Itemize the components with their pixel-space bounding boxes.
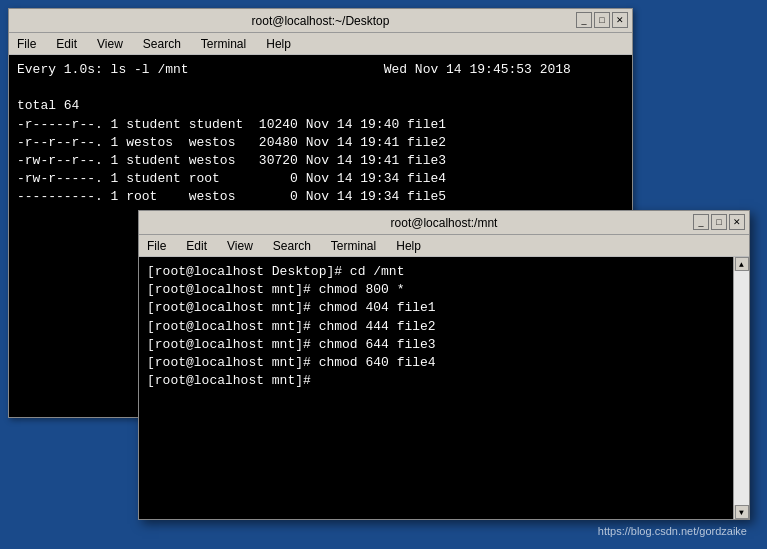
bg-title: root@localhost:~/Desktop: [252, 14, 390, 28]
bg-window-controls: _ □ ✕: [576, 12, 628, 28]
fg-close-button[interactable]: ✕: [729, 214, 745, 230]
bg-menu-search[interactable]: Search: [139, 35, 185, 53]
bg-menu-file[interactable]: File: [13, 35, 40, 53]
fg-title: root@localhost:/mnt: [391, 216, 498, 230]
bg-menu-view[interactable]: View: [93, 35, 127, 53]
bg-menubar: File Edit View Search Terminal Help: [9, 33, 632, 55]
fg-terminal-content[interactable]: [root@localhost Desktop]# cd /mnt [root@…: [139, 257, 733, 519]
fg-minimize-button[interactable]: _: [693, 214, 709, 230]
watermark-url: https://blog.csdn.net/gordzaike: [598, 525, 747, 537]
fg-menubar: File Edit View Search Terminal Help: [139, 235, 749, 257]
scrollbar-up-button[interactable]: ▲: [735, 257, 749, 271]
bg-maximize-button[interactable]: □: [594, 12, 610, 28]
url-watermark: https://blog.csdn.net/gordzaike: [598, 525, 747, 537]
fg-maximize-button[interactable]: □: [711, 214, 727, 230]
fg-terminal-window: root@localhost:/mnt _ □ ✕ File Edit View…: [138, 210, 750, 520]
scrollbar-track[interactable]: [734, 271, 749, 505]
scrollbar-down-button[interactable]: ▼: [735, 505, 749, 519]
fg-menu-file[interactable]: File: [143, 237, 170, 255]
fg-menu-edit[interactable]: Edit: [182, 237, 211, 255]
bg-menu-edit[interactable]: Edit: [52, 35, 81, 53]
fg-menu-search[interactable]: Search: [269, 237, 315, 255]
bg-close-button[interactable]: ✕: [612, 12, 628, 28]
fg-menu-help[interactable]: Help: [392, 237, 425, 255]
bg-menu-help[interactable]: Help: [262, 35, 295, 53]
bg-titlebar: root@localhost:~/Desktop _ □ ✕: [9, 9, 632, 33]
fg-scrollbar[interactable]: ▲ ▼: [733, 257, 749, 519]
fg-window-controls: _ □ ✕: [693, 214, 745, 230]
fg-menu-view[interactable]: View: [223, 237, 257, 255]
bg-menu-terminal[interactable]: Terminal: [197, 35, 250, 53]
fg-titlebar: root@localhost:/mnt _ □ ✕: [139, 211, 749, 235]
bg-minimize-button[interactable]: _: [576, 12, 592, 28]
fg-content-area: [root@localhost Desktop]# cd /mnt [root@…: [139, 257, 749, 519]
fg-menu-terminal[interactable]: Terminal: [327, 237, 380, 255]
